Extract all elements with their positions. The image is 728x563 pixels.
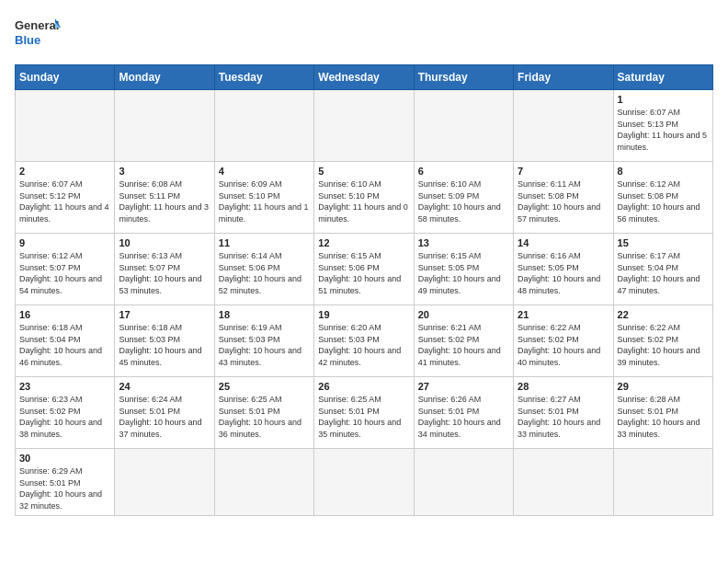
- day-info: Sunrise: 6:21 AMSunset: 5:02 PMDaylight:…: [418, 322, 509, 368]
- calendar-cell: 18Sunrise: 6:19 AMSunset: 5:03 PMDayligh…: [214, 305, 313, 377]
- calendar-cell: [214, 449, 313, 516]
- day-info: Sunrise: 6:27 AMSunset: 5:01 PMDaylight:…: [518, 394, 609, 440]
- day-info: Sunrise: 6:29 AMSunset: 5:01 PMDaylight:…: [19, 465, 110, 511]
- day-header-monday: Monday: [115, 65, 214, 90]
- day-header-saturday: Saturday: [613, 65, 712, 90]
- day-number: 20: [418, 309, 509, 320]
- calendar-cell: [613, 449, 712, 516]
- calendar-cell: 1Sunrise: 6:07 AMSunset: 5:13 PMDaylight…: [613, 90, 712, 162]
- calendar-cell: 26Sunrise: 6:25 AMSunset: 5:01 PMDayligh…: [314, 377, 414, 449]
- day-number: 12: [318, 237, 409, 248]
- day-number: 4: [219, 166, 310, 177]
- day-number: 7: [518, 166, 609, 177]
- day-number: 24: [119, 381, 210, 392]
- calendar-cell: 28Sunrise: 6:27 AMSunset: 5:01 PMDayligh…: [514, 377, 613, 449]
- day-number: 18: [219, 309, 310, 320]
- header: General Blue: [15, 15, 713, 55]
- calendar-cell: 22Sunrise: 6:22 AMSunset: 5:02 PMDayligh…: [613, 305, 712, 377]
- day-info: Sunrise: 6:24 AMSunset: 5:01 PMDaylight:…: [119, 394, 210, 440]
- day-info: Sunrise: 6:13 AMSunset: 5:07 PMDaylight:…: [119, 250, 210, 296]
- calendar-cell: 19Sunrise: 6:20 AMSunset: 5:03 PMDayligh…: [314, 305, 414, 377]
- calendar-cell: 2Sunrise: 6:07 AMSunset: 5:12 PMDaylight…: [16, 162, 115, 234]
- day-info: Sunrise: 6:12 AMSunset: 5:07 PMDaylight:…: [19, 250, 110, 296]
- calendar-week-1: 2Sunrise: 6:07 AMSunset: 5:12 PMDaylight…: [16, 162, 713, 234]
- day-number: 9: [19, 237, 110, 248]
- day-info: Sunrise: 6:19 AMSunset: 5:03 PMDaylight:…: [219, 322, 310, 368]
- day-info: Sunrise: 6:14 AMSunset: 5:06 PMDaylight:…: [219, 250, 310, 296]
- day-number: 3: [119, 166, 210, 177]
- day-number: 13: [418, 237, 509, 248]
- calendar-cell: 7Sunrise: 6:11 AMSunset: 5:08 PMDaylight…: [514, 162, 613, 234]
- calendar-cell: [514, 449, 613, 516]
- day-number: 15: [618, 237, 709, 248]
- day-header-wednesday: Wednesday: [314, 65, 414, 90]
- day-info: Sunrise: 6:07 AMSunset: 5:12 PMDaylight:…: [19, 178, 110, 224]
- calendar-cell: [16, 90, 115, 162]
- calendar-cell: 25Sunrise: 6:25 AMSunset: 5:01 PMDayligh…: [214, 377, 313, 449]
- svg-text:Blue: Blue: [15, 33, 40, 47]
- day-number: 17: [119, 309, 210, 320]
- day-header-thursday: Thursday: [414, 65, 513, 90]
- calendar-cell: [115, 90, 214, 162]
- day-info: Sunrise: 6:10 AMSunset: 5:09 PMDaylight:…: [418, 178, 509, 224]
- day-number: 5: [318, 166, 409, 177]
- svg-text:General: General: [15, 18, 59, 32]
- day-number: 11: [219, 237, 310, 248]
- day-number: 26: [318, 381, 409, 392]
- calendar-cell: 30Sunrise: 6:29 AMSunset: 5:01 PMDayligh…: [16, 449, 115, 516]
- day-info: Sunrise: 6:15 AMSunset: 5:06 PMDaylight:…: [318, 250, 409, 296]
- day-number: 25: [219, 381, 310, 392]
- day-header-friday: Friday: [514, 65, 613, 90]
- calendar-table: SundayMondayTuesdayWednesdayThursdayFrid…: [15, 64, 713, 516]
- day-info: Sunrise: 6:25 AMSunset: 5:01 PMDaylight:…: [318, 394, 409, 440]
- day-info: Sunrise: 6:15 AMSunset: 5:05 PMDaylight:…: [418, 250, 509, 296]
- days-header-row: SundayMondayTuesdayWednesdayThursdayFrid…: [16, 65, 713, 90]
- day-number: 23: [19, 381, 110, 392]
- day-number: 29: [618, 381, 709, 392]
- calendar-cell: [414, 90, 513, 162]
- calendar-cell: 12Sunrise: 6:15 AMSunset: 5:06 PMDayligh…: [314, 234, 414, 305]
- calendar-cell: 3Sunrise: 6:08 AMSunset: 5:11 PMDaylight…: [115, 162, 214, 234]
- logo-svg: General Blue: [15, 15, 61, 55]
- calendar-week-3: 16Sunrise: 6:18 AMSunset: 5:04 PMDayligh…: [16, 305, 713, 377]
- calendar-cell: 15Sunrise: 6:17 AMSunset: 5:04 PMDayligh…: [613, 234, 712, 305]
- calendar-cell: 6Sunrise: 6:10 AMSunset: 5:09 PMDaylight…: [414, 162, 513, 234]
- day-header-sunday: Sunday: [16, 65, 115, 90]
- logo: General Blue: [15, 15, 61, 55]
- calendar-cell: 23Sunrise: 6:23 AMSunset: 5:02 PMDayligh…: [16, 377, 115, 449]
- calendar-cell: 13Sunrise: 6:15 AMSunset: 5:05 PMDayligh…: [414, 234, 513, 305]
- calendar-cell: 24Sunrise: 6:24 AMSunset: 5:01 PMDayligh…: [115, 377, 214, 449]
- calendar-week-2: 9Sunrise: 6:12 AMSunset: 5:07 PMDaylight…: [16, 234, 713, 305]
- day-info: Sunrise: 6:16 AMSunset: 5:05 PMDaylight:…: [518, 250, 609, 296]
- day-info: Sunrise: 6:10 AMSunset: 5:10 PMDaylight:…: [318, 178, 409, 224]
- day-number: 19: [318, 309, 409, 320]
- day-number: 27: [418, 381, 509, 392]
- calendar-cell: 9Sunrise: 6:12 AMSunset: 5:07 PMDaylight…: [16, 234, 115, 305]
- day-info: Sunrise: 6:08 AMSunset: 5:11 PMDaylight:…: [119, 178, 210, 224]
- day-number: 22: [618, 309, 709, 320]
- day-info: Sunrise: 6:22 AMSunset: 5:02 PMDaylight:…: [518, 322, 609, 368]
- calendar-cell: 4Sunrise: 6:09 AMSunset: 5:10 PMDaylight…: [214, 162, 313, 234]
- day-info: Sunrise: 6:17 AMSunset: 5:04 PMDaylight:…: [618, 250, 709, 296]
- day-number: 6: [418, 166, 509, 177]
- calendar-cell: 10Sunrise: 6:13 AMSunset: 5:07 PMDayligh…: [115, 234, 214, 305]
- day-info: Sunrise: 6:28 AMSunset: 5:01 PMDaylight:…: [618, 394, 709, 440]
- calendar-cell: 5Sunrise: 6:10 AMSunset: 5:10 PMDaylight…: [314, 162, 414, 234]
- day-info: Sunrise: 6:09 AMSunset: 5:10 PMDaylight:…: [219, 178, 310, 224]
- calendar-cell: [115, 449, 214, 516]
- calendar-cell: 21Sunrise: 6:22 AMSunset: 5:02 PMDayligh…: [514, 305, 613, 377]
- calendar-cell: [414, 449, 513, 516]
- day-number: 8: [618, 166, 709, 177]
- day-info: Sunrise: 6:11 AMSunset: 5:08 PMDaylight:…: [518, 178, 609, 224]
- day-info: Sunrise: 6:07 AMSunset: 5:13 PMDaylight:…: [618, 107, 709, 153]
- day-header-tuesday: Tuesday: [214, 65, 313, 90]
- calendar-cell: 14Sunrise: 6:16 AMSunset: 5:05 PMDayligh…: [514, 234, 613, 305]
- calendar-cell: 17Sunrise: 6:18 AMSunset: 5:03 PMDayligh…: [115, 305, 214, 377]
- day-info: Sunrise: 6:18 AMSunset: 5:03 PMDaylight:…: [119, 322, 210, 368]
- calendar-cell: [314, 449, 414, 516]
- calendar-week-5: 30Sunrise: 6:29 AMSunset: 5:01 PMDayligh…: [16, 449, 713, 516]
- calendar-week-0: 1Sunrise: 6:07 AMSunset: 5:13 PMDaylight…: [16, 90, 713, 162]
- day-number: 2: [19, 166, 110, 177]
- day-info: Sunrise: 6:20 AMSunset: 5:03 PMDaylight:…: [318, 322, 409, 368]
- day-number: 21: [518, 309, 609, 320]
